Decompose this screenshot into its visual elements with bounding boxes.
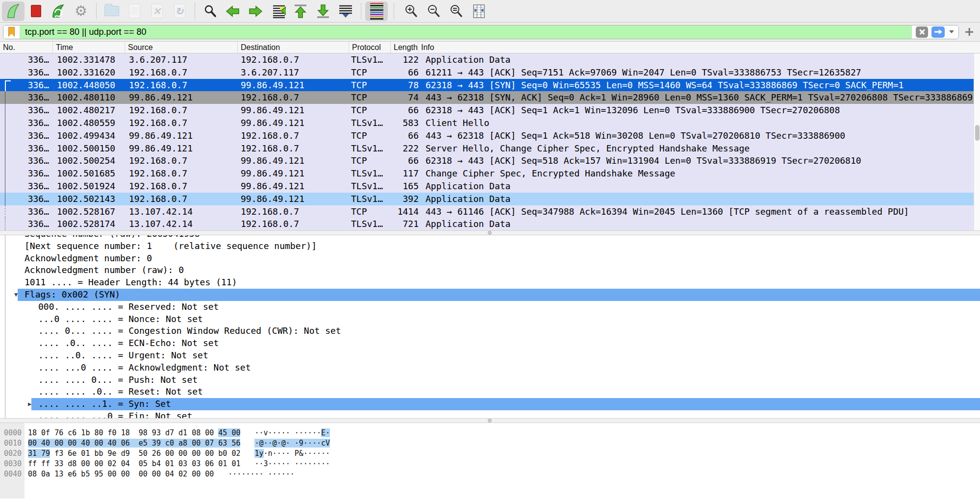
packet-row[interactable]: 336…1002.480559192.168.0.799.86.49.121TL… [0,117,980,129]
detail-line[interactable]: Acknowledgment number (raw): 0 [0,264,980,276]
hex-row[interactable]: 002031 79 f3 6e 01 bb 9e d9 50 26 00 00 … [0,449,980,459]
resize-columns-button[interactable] [468,1,490,21]
conversation-bracket [5,91,11,104]
packet-row[interactable]: 336…1002.448050192.168.0.799.86.49.121TC… [0,79,980,92]
detail-text: .... .... ...0 = Fin: Not set [38,410,192,418]
packet-row[interactable]: 336…1002.501924192.168.0.799.86.49.121TL… [0,180,980,193]
filter-bookmark-button[interactable] [3,25,20,39]
reload-file-button[interactable]: ↻ [168,1,191,21]
packet-row[interactable]: 336…1002.50015099.86.49.121192.168.0.7TL… [0,142,980,155]
cell-len: 222 [391,142,423,155]
detail-line[interactable]: [Next sequence number: 1 (relative seque… [0,240,980,252]
detail-line[interactable]: .... ...0 .... = Acknowledgment: Not set [0,362,980,374]
display-filter-field[interactable]: tcp.port == 80 || udp.port == 80 [3,25,959,39]
zoom-in-icon [404,4,418,18]
capture-stop-button[interactable] [25,1,47,21]
hex-ascii: ··v····· ······E· [254,428,330,438]
go-to-packet-button[interactable] [267,1,289,21]
pane-splitter-bottom[interactable] [0,418,980,423]
capture-start-button[interactable] [2,1,25,21]
column-header-length[interactable]: Length [391,42,418,53]
hex-row[interactable]: 001000 40 00 00 40 00 40 06 e5 39 c0 a8 … [0,438,980,449]
zoom-out-button[interactable] [423,1,445,21]
column-header-time[interactable]: Time [53,42,125,53]
zoom-out-icon [427,4,441,18]
detail-line[interactable]: ...0 .... .... = Nonce: Not set [0,313,980,325]
packet-row[interactable]: 336…1002.480217192.168.0.799.86.49.121TC… [0,104,980,117]
cell-len: 392 [391,193,423,205]
column-header-no[interactable]: No. [0,42,53,53]
detail-line[interactable]: .... .... 0... = Push: Not set [0,374,980,386]
find-packet-button[interactable] [199,1,222,21]
cell-src: 192.168.0.7 [125,79,238,92]
detail-line[interactable]: .... .0.. .... = ECN-Echo: Not set [0,337,980,349]
filter-apply-button[interactable] [931,26,945,38]
hex-ascii: ········ ······ [228,469,294,479]
hex-row[interactable]: 0030ff ff 33 d8 00 00 02 04 05 b4 01 03 … [0,459,980,469]
hex-row[interactable]: 004008 0a 13 e6 b5 95 00 00 00 00 04 02 … [0,469,980,479]
cell-proto: TCP [349,154,391,167]
arrow-left-icon [226,5,240,18]
column-header-info[interactable]: Info [418,42,434,53]
hex-ascii: ·@··@·@· ·9····cV [254,438,330,449]
close-file-button[interactable]: ✕ [146,1,168,21]
filter-clear-button[interactable] [916,26,928,38]
packet-list-scrollbar[interactable] [974,53,980,230]
packet-row[interactable]: 336…1002.52816713.107.42.14192.168.0.7TC… [0,205,980,218]
cell-info: Application Data [423,53,980,66]
scrollbar-thumb[interactable] [975,125,980,141]
cell-time: 1002.480110 [53,91,125,104]
packet-row[interactable]: 336…1002.501685192.168.0.799.86.49.121TL… [0,167,980,180]
go-back-button[interactable] [222,1,244,21]
packet-row[interactable]: 336…1002.3314783.6.207.117192.168.0.7TLS… [0,53,980,66]
cell-src: 99.86.49.121 [125,142,238,155]
packet-row[interactable]: 336…1002.502143192.168.0.799.86.49.121TL… [0,193,980,205]
filter-dropdown-caret[interactable] [949,30,954,33]
hex-row[interactable]: 000018 0f 76 c6 1b 80 f0 18 98 93 d7 d1 … [0,428,980,438]
detail-line[interactable]: .... 0... .... = Congestion Window Reduc… [0,325,980,337]
packet-row[interactable]: 336…1002.500254192.168.0.799.86.49.121TC… [0,154,980,167]
hex-bytes: 08 0a 13 e6 b5 95 00 00 00 00 04 02 00 0… [24,469,214,479]
colorize-button[interactable] [365,1,388,21]
go-first-button[interactable] [289,1,312,21]
packet-row[interactable]: 336…1002.331620192.168.0.73.6.207.117TCP… [0,66,980,79]
expand-icon[interactable]: ▶ [28,398,31,410]
column-header-destination[interactable]: Destination [238,42,349,53]
open-file-button[interactable] [101,1,123,21]
cell-info: 62318 → 443 [ACK] Seq=1 Ack=1 Win=132096… [423,104,980,117]
go-forward-button[interactable] [244,1,267,21]
zoom-reset-button[interactable] [445,1,468,21]
zoom-in-button[interactable] [400,1,423,21]
detail-line[interactable]: Sequence number (raw): 2665041958 [0,235,980,240]
packet-row[interactable]: 336…1002.48011099.86.49.121192.168.0.7TC… [0,91,980,104]
conversation-bracket [5,117,11,129]
add-filter-button[interactable] [964,26,975,37]
auto-scroll-button[interactable] [334,1,357,21]
capture-options-button[interactable]: ⚙ [70,1,92,21]
packet-row[interactable]: 336…1002.49943499.86.49.121192.168.0.7TC… [0,129,980,142]
detail-line[interactable]: 000. .... .... = Reserved: Not set [0,301,980,313]
pane-splitter-top[interactable] [0,230,980,235]
conversation-bracket [5,193,11,205]
cell-info: Application Data [423,218,980,230]
detail-line[interactable]: .... ..0. .... = Urgent: Not set [0,349,980,362]
detail-line[interactable]: 1011 .... = Header Length: 44 bytes (11) [0,276,980,289]
capture-restart-button[interactable] [47,1,70,21]
gear-icon: ⚙ [75,4,87,18]
cell-time: 1002.528167 [53,205,125,218]
detail-line[interactable]: .... .... .0.. = Reset: Not set [0,386,980,398]
detail-line[interactable]: Acknowledgment number: 0 [0,252,980,265]
column-header-protocol[interactable]: Protocol [349,42,391,53]
filter-input[interactable]: tcp.port == 80 || udp.port == 80 [20,25,911,39]
detail-line[interactable]: .... .... ...0 = Fin: Not set [0,410,980,418]
filter-text: tcp.port == 80 || udp.port == 80 [25,27,147,37]
column-header-source[interactable]: Source [125,42,238,53]
packet-row[interactable]: 336…1002.52817413.107.42.14192.168.0.7TL… [0,218,980,230]
conversation-bracket [5,167,11,180]
detail-line[interactable]: ▶.... .... ..1. = Syn: Set [0,398,980,410]
collapse-icon[interactable]: ▼ [14,289,18,301]
go-last-button[interactable] [312,1,334,21]
detail-line[interactable]: ▼Flags: 0x002 (SYN) [0,289,980,301]
conversation-bracket [5,104,11,117]
save-file-button[interactable] [123,1,146,21]
